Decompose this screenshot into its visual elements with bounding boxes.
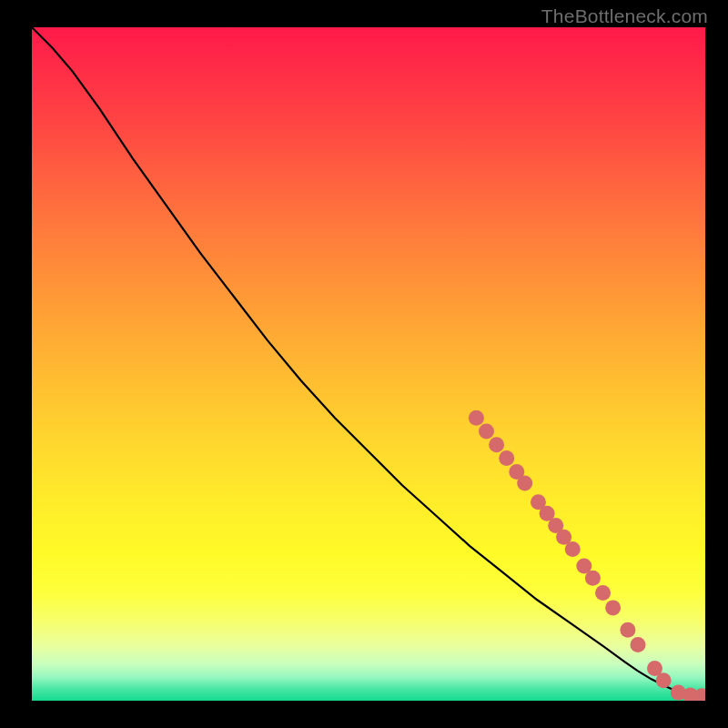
data-marker — [631, 637, 646, 652]
watermark-text: TheBottleneck.com — [541, 5, 708, 27]
data-marker — [585, 571, 601, 586]
data-marker — [469, 410, 484, 426]
data-marker — [620, 622, 635, 638]
data-marker — [565, 541, 581, 557]
chart-svg — [32, 27, 705, 701]
plot-area — [32, 27, 705, 701]
data-marker — [499, 450, 514, 466]
data-marker — [517, 475, 532, 490]
markers — [469, 410, 705, 701]
data-marker — [489, 437, 504, 452]
data-marker — [479, 424, 494, 440]
data-marker — [605, 600, 621, 615]
data-marker — [595, 585, 611, 601]
data-marker — [656, 672, 672, 688]
chart-frame: TheBottleneck.com — [0, 0, 728, 728]
